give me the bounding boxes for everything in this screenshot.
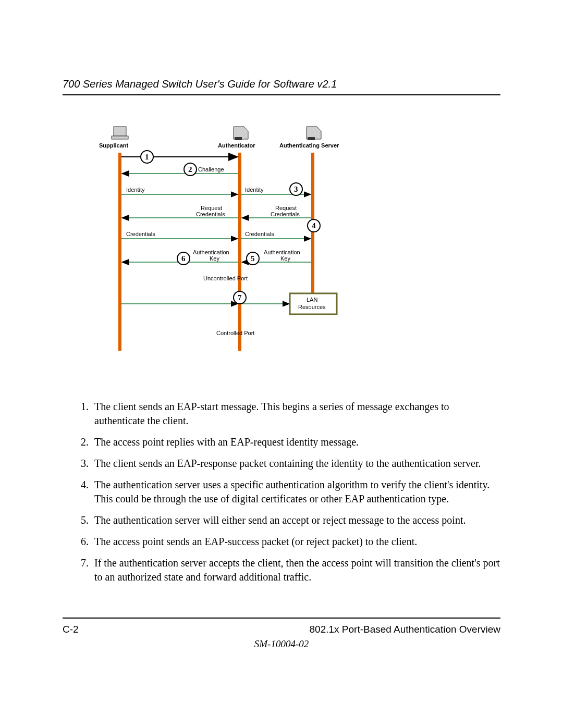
label-supplicant: Supplicant [99,142,129,149]
svg-rect-3 [308,137,315,140]
auth-server-icon [307,127,321,140]
label-authkey-l1: Authentication [193,249,229,255]
page-number: C-2 [63,624,79,635]
step-num-2: 2 [188,165,192,174]
section-title: 802.1x Port-Based Authentication Overvie… [310,624,500,635]
step-num-6: 6 [181,254,186,263]
label-authenticator: Authenticator [218,142,255,149]
svg-rect-0 [114,127,126,136]
svg-rect-2 [235,137,242,140]
label-authkey-r1: Authentication [264,249,300,255]
list-item: The access point replies with an EAP-req… [91,435,500,449]
label-identity-r: Identity [245,187,264,193]
label-controlled: Controlled Port [216,330,254,336]
step-num-4: 4 [312,221,316,230]
label-cred-r: Credentials [245,231,274,237]
steps-list: The client sends an EAP-start message. T… [63,400,500,584]
step-num-1: 1 [145,153,149,161]
step-num-7: 7 [238,293,242,302]
label-uncontrolled: Uncontrolled Port [203,275,248,281]
lifeline-supplicant [118,153,121,351]
list-item: The client sends an EAP-start message. T… [91,400,500,428]
label-lan2: Resources [298,304,326,310]
diagram-svg: Supplicant Authenticator Authenticating … [83,116,381,377]
footer-rule [63,618,500,619]
header-rule [63,94,500,95]
list-item: If the authentication server accepts the… [91,556,500,584]
page-footer: C-2 802.1x Port-Based Authentication Ove… [63,618,500,650]
label-reqcred-l2: Credentials [196,211,225,217]
lifeline-authenticator [238,153,241,351]
step-num-3: 3 [294,185,298,193]
step-num-5: 5 [251,254,255,263]
label-reqcred-r1: Request [275,205,297,211]
label-challenge: Challenge [198,166,224,172]
label-reqcred-r2: Credentials [271,211,300,217]
supplicant-icon [112,127,128,139]
list-item: The client sends an EAP-response packet … [91,456,500,471]
list-item: The authentication server uses a specifi… [91,478,500,506]
label-identity-l: Identity [126,187,145,193]
label-authkey-r2: Key [280,255,290,262]
list-item: The access point sends an EAP-success pa… [91,535,500,549]
label-auth-server: Authenticating Server [279,142,339,149]
label-lan1: LAN [307,297,317,303]
page-header-title: 700 Series Managed Switch User's Guide f… [63,78,500,90]
list-item: The authentication server will either se… [91,513,500,527]
doc-id: SM-10004-02 [63,638,500,650]
label-reqcred-l1: Request [201,205,222,211]
svg-rect-1 [112,136,128,139]
auth-sequence-diagram: Supplicant Authenticator Authenticating … [83,116,381,379]
label-cred-l: Credentials [126,231,155,237]
label-authkey-l2: Key [210,255,219,262]
authenticator-icon [234,127,248,140]
